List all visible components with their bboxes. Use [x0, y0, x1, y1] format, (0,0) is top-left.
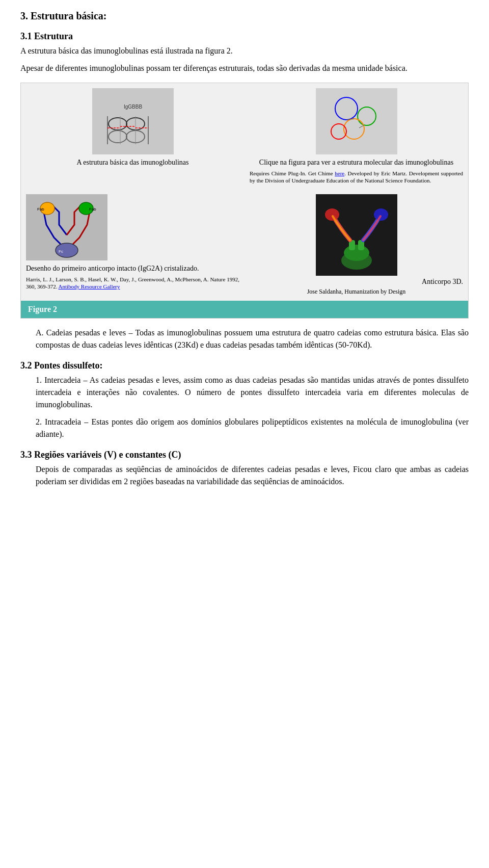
- svg-text:IgGBBB: IgGBBB: [123, 104, 142, 110]
- section3-3-para: Depois de comparadas as seqüências de am…: [36, 463, 469, 488]
- figure-bottom-left: Fab Fab Fc Desenho do primeiro anticorpo…: [21, 189, 244, 301]
- antibody-gallery-link[interactable]: Antibody Resource Gallery: [59, 283, 120, 290]
- svg-point-36: [325, 208, 339, 221]
- svg-point-33: [344, 245, 369, 261]
- figure-bottom-right-credit: Jose Saldanha, Humanization by Design: [307, 288, 406, 296]
- item2-text: 2. Intracadeia – Estas pontes dão origem…: [36, 416, 469, 440]
- figure-top-row: IgGBBB A estrutura básica das imun: [21, 83, 468, 189]
- figure-top-right-small: Requires Chime Plug-In. Get Chime here. …: [250, 170, 463, 185]
- svg-text:Fab: Fab: [89, 207, 96, 212]
- chime-link[interactable]: here: [335, 170, 344, 176]
- svg-rect-16: [316, 88, 397, 154]
- figure-top-right: Clique na figura para ver a estrutura mo…: [244, 83, 468, 189]
- figure-bottom-left-credit: Harris, L. J., Larson, S. B., Hasel, K. …: [26, 276, 239, 291]
- section3-1-title: 3.1 Estrutura: [20, 31, 469, 42]
- svg-text:Fc: Fc: [59, 249, 63, 254]
- svg-point-37: [374, 208, 388, 221]
- figure2-container: IgGBBB A estrutura básica das imun: [20, 83, 469, 319]
- section3-1-para1: A estrutura básica das imunoglobulinas e…: [20, 45, 469, 57]
- section3-2-title: 3.2 Pontes dissulfeto:: [20, 360, 469, 371]
- antibody-3d-image: [316, 194, 397, 276]
- item1-text: 1. Intercadeia – As cadeias pesadas e le…: [36, 374, 469, 411]
- figure-top-left-caption: A estrutura básica das imunoglobulinas: [76, 157, 188, 168]
- svg-rect-0: [92, 88, 174, 154]
- section-a-para: A. Cadeias pesadas e leves – Todas as im…: [36, 327, 469, 351]
- structure-image: IgGBBB: [92, 88, 174, 154]
- item1-block: 1. Intercadeia – As cadeias pesadas e le…: [36, 374, 469, 411]
- section3-1-para2: Apesar de diferentes imunoglobulinas pos…: [20, 62, 469, 74]
- svg-text:Fab: Fab: [37, 207, 44, 212]
- figure-bottom-right: Anticorpo 3D. Jose Saldanha, Humanizatio…: [244, 189, 468, 301]
- figure-top-right-caption: Clique na figura para ver a estrutura mo…: [259, 157, 453, 168]
- section3-3-title: 3.3 Regiões variáveis (V) e constantes (…: [20, 450, 469, 460]
- molecule-image: [316, 88, 397, 154]
- figure-caption-bar: Figure 2: [21, 301, 468, 318]
- figure-bottom-right-label: Anticorpo 3D.: [422, 278, 463, 286]
- figure-bottom-left-caption: Desenho do primeiro anticorpo intacto (I…: [26, 264, 199, 274]
- figure-bottom-row: Fab Fab Fc Desenho do primeiro anticorpo…: [21, 189, 468, 301]
- figure-top-left: IgGBBB A estrutura básica das imun: [21, 83, 244, 189]
- item2-block: 2. Intracadeia – Estas pontes dão origem…: [36, 416, 469, 440]
- section3-title: 3. Estrutura básica:: [20, 10, 469, 22]
- antibody-draw-image: Fab Fab Fc: [26, 194, 107, 260]
